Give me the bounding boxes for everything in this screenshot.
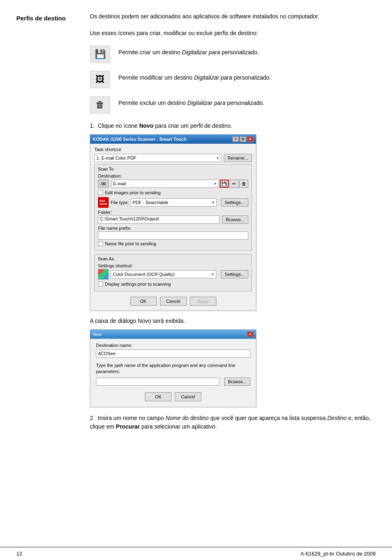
name-file-row: Name file prior to sending — [98, 241, 248, 246]
new-dialog-screenshot: New ✕ Destination name: ACDSee Type the … — [90, 329, 256, 407]
icon-row-create: 💾 Permite criar um destino Digitalizar p… — [90, 46, 376, 63]
settings-button[interactable]: ⚙ — [240, 136, 246, 142]
intro-paragraph: Os destinos podem ser adicionados aos ap… — [90, 12, 376, 21]
filetype-combo-arrow: ▼ — [212, 201, 215, 204]
scan-to-section: Scan To Destination: ✉ E-mail ▼ — [94, 164, 252, 251]
color-document-icon — [98, 269, 109, 280]
destination-label: Destination: — [98, 173, 248, 178]
name-file-label: Name file prior to sending — [105, 241, 156, 246]
destination-combo[interactable]: E-mail ▼ — [111, 180, 219, 188]
rename-button[interactable]: Rename... — [224, 154, 252, 162]
destination-combo-wrap: E-mail ▼ 💾 ✏ 🗑 — [111, 180, 248, 188]
folder-field[interactable]: C:\Smart Touch\i1200\Output\ — [98, 216, 220, 224]
create-icon: 💾 — [90, 46, 110, 63]
browse-button[interactable]: Browse... — [222, 216, 248, 224]
delete-dest-button[interactable]: 🗑 — [239, 180, 248, 188]
modify-icon: 🖼 — [90, 71, 110, 88]
new-dialog-caption: A caixa de diálogo Novo será exibida. — [90, 317, 376, 325]
delete-icon: 🗑 — [90, 96, 110, 113]
page-footer: 12 A-61629_pt-br Outubro de 2009 — [0, 547, 392, 560]
scan-to-label: Scan To — [98, 167, 248, 171]
dest-name-value: ACDSee — [98, 351, 116, 356]
edit-images-checkbox[interactable] — [98, 190, 103, 195]
destination-value: E-mail — [113, 181, 126, 186]
file-prefix-row — [98, 231, 248, 240]
task-shortcut-row: Task shortcut: — [94, 147, 252, 152]
scan-as-section: Scan As Settings shortcut: Color Documen… — [94, 254, 252, 291]
task-shortcut-label: Task shortcut: — [94, 147, 131, 152]
destination-row: ✉ E-mail ▼ 💾 ✏ 🗑 — [98, 179, 248, 188]
icon-row-delete: 🗑 Permite excluir um destino Digitalizar… — [90, 96, 376, 113]
pdf-icon: PDFAdob — [98, 197, 109, 208]
file-prefix-field[interactable] — [98, 231, 248, 240]
file-settings-button[interactable]: Settings... — [221, 198, 248, 207]
new-dialog-close[interactable]: ✕ — [247, 331, 254, 337]
file-type-value: PDF - Searchable — [133, 200, 168, 205]
new-cancel-button[interactable]: Cancel — [175, 392, 201, 401]
new-browse-button[interactable]: Browse... — [224, 378, 250, 386]
scanner-dialog-buttons: OK Cancel Apply — [94, 294, 252, 307]
settings-shortcut-value: Color Document (OCR Quality) — [113, 272, 175, 277]
step1-label: 1. — [90, 122, 95, 129]
task-shortcut-combo[interactable]: 1. E-mail Color PDF ▼ — [94, 154, 221, 162]
dest-name-label: Destination name: — [96, 343, 250, 348]
new-dest-button[interactable]: 💾 — [220, 180, 229, 188]
step1-header: 1. Clique no ícone Novo para criar um pe… — [90, 122, 376, 130]
create-icon-desc: Permite criar um destino Digitalizar par… — [118, 46, 259, 57]
scanner-dialog-body: Task shortcut: 1. E-mail Color PDF ▼ Ren… — [90, 144, 256, 311]
filetype-row: PDFAdob File type: PDF - Searchable ▼ Se… — [98, 197, 248, 208]
dest-combo-arrow: ▼ — [214, 182, 217, 186]
settings-shortcut-arrow: ▼ — [211, 273, 214, 276]
scanner-dialog-titlebar: KODAK i1200 Series Scanner - Smart Touch… — [90, 135, 256, 144]
step1-section: 1. Clique no ícone Novo para criar um pe… — [90, 122, 376, 431]
edit-images-label: Edit images prior to sending — [105, 190, 160, 195]
icon-instruction: Use esses ícones para criar, modificar o… — [90, 29, 376, 38]
scan-as-label: Scan As — [98, 257, 248, 261]
settings-shortcut-label: Settings shortcut: — [98, 263, 248, 268]
step2-text: 2. Insira um nome no campo Nome do desti… — [90, 414, 376, 431]
close-button[interactable]: ✕ — [247, 136, 254, 142]
scanner-dialog-title: KODAK i1200 Series Scanner - Smart Touch — [93, 137, 187, 142]
titlebar-buttons: ? ⚙ ✕ — [232, 136, 254, 142]
settings-shortcut-combo[interactable]: Color Document (OCR Quality) ▼ — [111, 270, 216, 278]
path-browse-row: Browse... — [96, 378, 250, 386]
edit-images-row: Edit images prior to sending — [98, 190, 248, 195]
name-file-checkbox[interactable] — [98, 241, 103, 246]
section-title: Perfis de destino — [16, 14, 82, 22]
display-settings-checkbox[interactable] — [98, 282, 103, 287]
icon-row-modify: 🖼 Permite modificar um destino Digitaliz… — [90, 71, 376, 88]
new-dialog-buttons: OK Cancel — [96, 390, 250, 403]
email-icon: ✉ — [98, 179, 109, 188]
path-description: Type the path name of the application pr… — [96, 362, 250, 375]
scan-settings-row: Color Document (OCR Quality) ▼ Settings.… — [98, 269, 248, 280]
new-dialog-title: New — [93, 332, 102, 337]
apply-button[interactable]: Apply — [190, 297, 216, 306]
folder-label: Folder: — [98, 210, 248, 215]
edit-dest-button[interactable]: ✏ — [229, 180, 238, 188]
scanner-dialog-screenshot: KODAK i1200 Series Scanner - Smart Touch… — [90, 134, 256, 311]
cancel-button[interactable]: Cancel — [160, 297, 187, 306]
ok-button[interactable]: OK — [130, 297, 157, 306]
display-settings-label: Display settings prior to scanning — [105, 282, 171, 287]
modify-icon-desc: Permite modificar um destino Digitalizar… — [118, 71, 271, 82]
dest-name-field[interactable]: ACDSee — [96, 349, 250, 358]
file-type-combo[interactable]: PDF - Searchable ▼ — [131, 198, 217, 207]
help-button[interactable]: ? — [232, 136, 239, 142]
file-prefix-label: File name prefix: — [98, 226, 248, 231]
combo-arrow: ▼ — [216, 156, 219, 160]
document-id: A-61629_pt-br Outubro de 2009 — [301, 551, 376, 557]
folder-value: C:\Smart Touch\i1200\Output\ — [100, 216, 159, 221]
folder-row: C:\Smart Touch\i1200\Output\ Browse... — [98, 216, 248, 224]
new-dialog-body: Destination name: ACDSee Type the path n… — [90, 339, 256, 407]
page-number: 12 — [16, 551, 22, 557]
new-ok-button[interactable]: OK — [145, 392, 172, 401]
scan-settings-button[interactable]: Settings... — [221, 270, 248, 278]
display-settings-row: Display settings prior to scanning — [98, 282, 248, 287]
path-field[interactable] — [96, 378, 219, 386]
delete-icon-desc: Permite excluir um destino Digitalizar p… — [118, 96, 264, 107]
task-shortcut-value: 1. E-mail Color PDF — [96, 156, 136, 160]
new-dialog-titlebar: New ✕ — [90, 330, 256, 339]
step2-label: 2. — [90, 415, 95, 421]
file-type-label: File type: — [111, 200, 129, 205]
task-shortcut-combo-row: 1. E-mail Color PDF ▼ Rename... — [94, 154, 252, 162]
